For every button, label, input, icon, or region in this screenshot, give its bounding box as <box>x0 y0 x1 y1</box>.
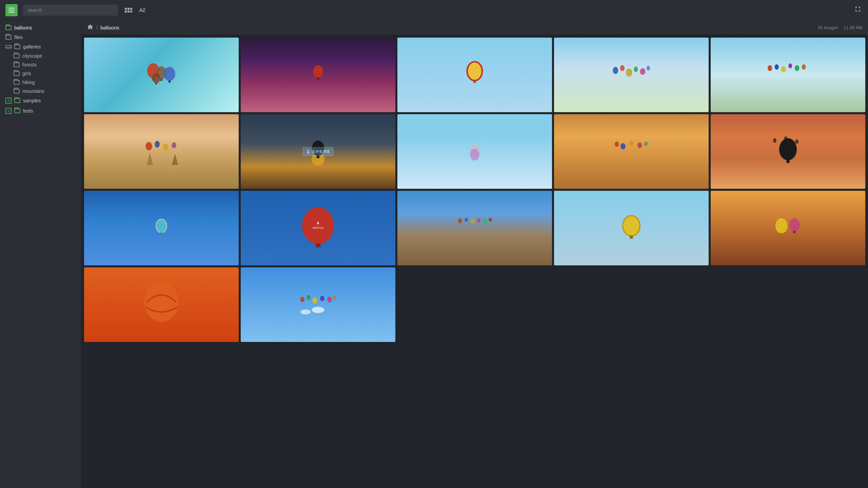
search-input[interactable] <box>23 5 118 16</box>
svg-rect-1 <box>8 10 15 11</box>
gallery-item[interactable]: 🐰 蓝米兔博客 <box>241 114 395 189</box>
gallery-item[interactable] <box>84 114 239 189</box>
grid-view-icon <box>125 8 132 13</box>
gallery-item[interactable] <box>84 267 239 342</box>
svg-rect-66 <box>780 233 783 235</box>
sidebar-item-girls[interactable]: girls <box>8 69 81 78</box>
sidebar-child-label: hiking <box>22 80 35 85</box>
svg-point-76 <box>312 307 324 313</box>
svg-point-16 <box>613 67 618 74</box>
breadcrumb-current-folder: balloons <box>100 25 119 30</box>
svg-rect-64 <box>630 236 633 239</box>
breadcrumb-separator: / <box>96 25 98 30</box>
svg-point-46 <box>795 139 798 144</box>
grid-view-button[interactable] <box>123 6 134 14</box>
svg-point-7 <box>164 67 175 81</box>
sidebar-group-label: galleries <box>23 44 41 49</box>
sidebar-item-label: balloons <box>14 25 32 30</box>
svg-point-47 <box>779 138 797 160</box>
gallery-item[interactable] <box>554 191 709 265</box>
gallery-item[interactable] <box>241 38 395 112</box>
gallery-item[interactable] <box>397 114 552 189</box>
sidebar-item-cityscape[interactable]: cityscape <box>8 52 81 60</box>
sidebar-item-mountains[interactable]: mountains <box>8 87 81 96</box>
sidebar-child-label: mountains <box>22 88 44 94</box>
svg-point-60 <box>483 219 487 224</box>
sort-az-button[interactable]: AZ <box>138 6 146 14</box>
svg-rect-55 <box>316 244 320 247</box>
sidebar-toggle-button[interactable] <box>5 4 18 16</box>
sidebar-item-files[interactable]: files <box>0 33 81 42</box>
sidebar-group-samples[interactable]: + samples <box>0 96 81 106</box>
svg-point-71 <box>307 295 311 300</box>
svg-text:IBERTON: IBERTON <box>313 226 323 229</box>
svg-text:A: A <box>317 221 319 225</box>
image-thumbnail <box>554 114 709 189</box>
svg-point-56 <box>458 218 462 223</box>
sidebar-group-tests[interactable]: + tests <box>0 106 81 116</box>
svg-point-67 <box>789 218 800 231</box>
topbar: AZ <box>0 0 868 20</box>
gallery-item[interactable] <box>554 114 709 189</box>
svg-point-19 <box>634 66 638 72</box>
svg-rect-36 <box>317 156 319 158</box>
image-thumbnail <box>711 114 865 189</box>
svg-rect-12 <box>317 77 319 80</box>
image-thumbnail <box>554 191 709 265</box>
gallery-item[interactable]: A IBERTON <box>241 191 395 265</box>
svg-point-61 <box>489 218 492 222</box>
svg-point-39 <box>615 141 619 147</box>
gallery-item[interactable] <box>554 38 709 112</box>
image-thumbnail: 🐰 蓝米兔博客 <box>241 114 395 189</box>
svg-point-38 <box>470 149 479 161</box>
sort-az-icon: AZ <box>139 7 145 13</box>
svg-rect-2 <box>8 12 15 13</box>
gallery-item[interactable] <box>711 191 865 265</box>
svg-point-20 <box>640 68 645 75</box>
image-thumbnail <box>711 191 865 265</box>
svg-point-70 <box>300 297 304 302</box>
svg-point-59 <box>477 218 480 223</box>
image-thumbnail: A IBERTON <box>241 191 395 265</box>
collapse-icon: — <box>5 45 12 48</box>
svg-marker-32 <box>147 152 153 165</box>
svg-point-30 <box>163 144 169 151</box>
gallery-item[interactable] <box>84 38 239 112</box>
image-thumbnail <box>397 38 552 112</box>
sidebar-group-galleries[interactable]: — galleries <box>0 42 81 52</box>
svg-point-73 <box>320 296 324 301</box>
gallery-item[interactable] <box>241 267 395 342</box>
image-count: 55 images <box>818 25 838 30</box>
folder-icon <box>5 35 12 40</box>
gallery-item[interactable] <box>397 191 552 265</box>
expand-window-button[interactable] <box>853 4 863 16</box>
svg-rect-8 <box>169 81 171 83</box>
svg-rect-51 <box>160 232 163 235</box>
gallery-item[interactable] <box>84 191 239 265</box>
image-thumbnail <box>241 267 395 342</box>
svg-point-75 <box>333 295 336 300</box>
sidebar-item-balloons[interactable]: balloons <box>0 23 81 33</box>
image-thumbnail <box>84 38 239 112</box>
gallery-item[interactable] <box>711 38 865 112</box>
app-layout: balloons files — galleries cityscape for… <box>0 20 868 488</box>
svg-point-74 <box>327 297 332 302</box>
breadcrumb-home-button[interactable] <box>87 24 94 31</box>
gallery-item[interactable] <box>711 114 865 189</box>
breadcrumb-meta: 55 images 11.88 MB <box>818 25 863 30</box>
svg-point-31 <box>172 142 176 148</box>
sidebar-item-hiking[interactable]: hiking <box>8 78 81 87</box>
svg-point-25 <box>788 63 792 68</box>
image-thumbnail <box>397 191 552 265</box>
folder-icon <box>14 108 20 113</box>
sidebar-item-forests[interactable]: forests <box>8 60 81 69</box>
svg-point-9 <box>152 73 160 83</box>
folder-icon <box>14 98 20 103</box>
gallery-item[interactable] <box>397 38 552 112</box>
svg-rect-6 <box>160 79 162 81</box>
main-content: / balloons 55 images 11.88 MB <box>81 20 868 488</box>
image-thumbnail <box>84 267 239 342</box>
svg-point-69 <box>144 283 178 322</box>
svg-rect-68 <box>793 231 796 233</box>
svg-rect-0 <box>8 8 15 8</box>
